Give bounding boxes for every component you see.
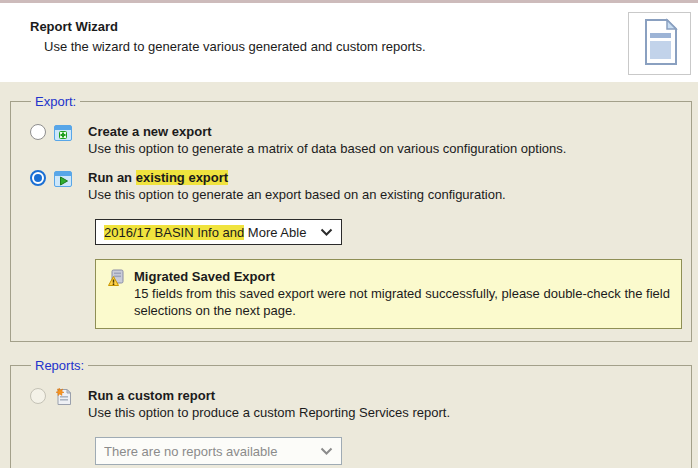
run-export-option[interactable]: Run an existing export Use this option t… — [30, 169, 685, 203]
run-export-icon — [53, 169, 73, 192]
custom-report-description: Use this option to produce a custom Repo… — [88, 404, 450, 421]
radio-dot — [34, 174, 42, 182]
report-select: There are no reports available — [95, 437, 342, 465]
run-export-radio[interactable] — [30, 170, 46, 186]
custom-report-label: Run a custom report — [88, 387, 450, 404]
export-group: Export: Create a new export Use this opt… — [10, 94, 692, 342]
report-select-value: There are no reports available — [104, 444, 314, 459]
migration-notice-body: 15 fields from this saved export were no… — [134, 285, 671, 319]
report-document-icon — [640, 18, 680, 69]
run-export-label[interactable]: Run an existing export — [88, 169, 506, 186]
database-warning-icon — [107, 269, 125, 290]
new-export-icon — [53, 123, 73, 146]
run-export-description: Use this option to generate an export ba… — [88, 186, 506, 203]
chevron-down-icon — [320, 225, 333, 240]
create-export-text: Create a new export Use this option to g… — [88, 123, 566, 157]
chevron-down-icon — [320, 444, 333, 459]
header-icon-box — [628, 12, 691, 75]
migration-notice-title: Migrated Saved Export — [134, 268, 671, 285]
export-select-value: 2016/17 BASIN Info and More Able — [104, 225, 314, 240]
create-export-radio[interactable] — [30, 124, 46, 140]
custom-report-radio — [30, 388, 46, 404]
custom-report-text: Run a custom report Use this option to p… — [88, 387, 450, 421]
page-title: Report Wizard — [30, 19, 698, 34]
run-export-label-prefix: Run an — [88, 170, 136, 185]
reports-group: Reports: Run a custom report Use this op… — [10, 358, 692, 468]
export-select[interactable]: 2016/17 BASIN Info and More Able — [95, 219, 342, 245]
custom-report-option: Run a custom report Use this option to p… — [30, 387, 685, 421]
create-export-option[interactable]: Create a new export Use this option to g… — [30, 123, 685, 157]
wizard-header: Report Wizard Use the wizard to generate… — [0, 3, 698, 82]
custom-report-icon — [53, 387, 73, 410]
migration-notice-text: Migrated Saved Export 15 fields from thi… — [134, 268, 671, 319]
export-select-value-rest: More Able — [244, 225, 306, 240]
reports-group-label: Reports: — [31, 358, 88, 373]
page-subtitle: Use the wizard to generate various gener… — [44, 39, 698, 54]
run-export-label-highlight: existing export — [136, 170, 228, 185]
export-select-value-highlight: 2016/17 BASIN Info and — [104, 225, 244, 240]
run-export-text: Run an existing export Use this option t… — [88, 169, 506, 203]
create-export-label[interactable]: Create a new export — [88, 123, 566, 140]
create-export-description: Use this option to generate a matrix of … — [88, 140, 566, 157]
migration-notice: Migrated Saved Export 15 fields from thi… — [95, 259, 682, 329]
export-group-label: Export: — [31, 94, 80, 109]
